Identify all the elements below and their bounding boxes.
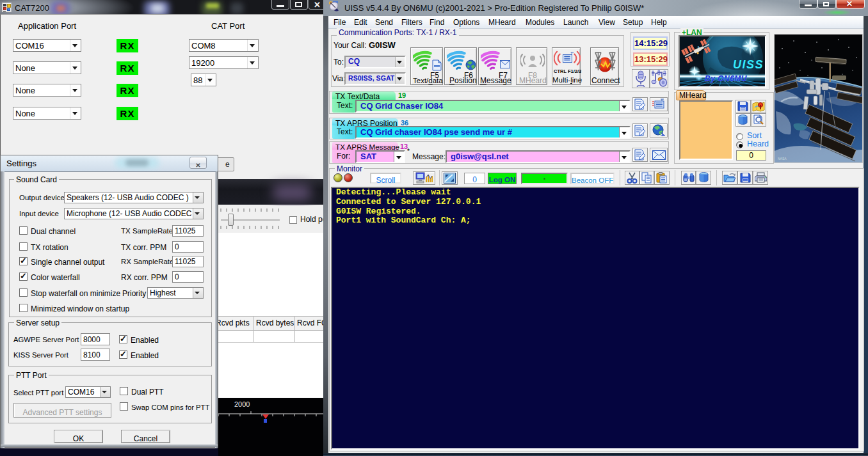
- svg-text:By ON6MU: By ON6MU: [705, 74, 747, 83]
- svg-text:UISS: UISS: [733, 58, 764, 71]
- svg-text:NASA: NASA: [778, 157, 787, 161]
